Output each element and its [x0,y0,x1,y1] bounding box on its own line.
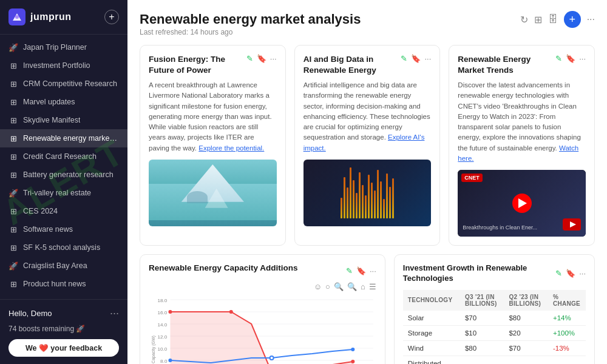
zoom-out-icon[interactable]: 🔍 [347,282,357,291]
table-row: Wind $80 $70 -13% [403,340,586,356]
svg-point-27 [351,348,354,351]
trends-link[interactable]: Watch here. [458,144,578,162]
sidebar-label-trivalley: Tri-valley real estate [23,189,91,197]
sidebar-item-japan-trip[interactable]: 🚀 Japan Trip Planner [0,38,127,56]
sidebar-icon-software: ⊞ [8,224,18,234]
sidebar-item-ces[interactable]: ⊞ CES 2024 [0,202,127,220]
sidebar-item-producthunt[interactable]: ⊞ Product hunt news [0,275,127,293]
sidebar-item-investment[interactable]: ⊞ Investment Portfolio [0,56,127,75]
refresh-icon[interactable]: ↻ [520,14,528,25]
cell-q223-2: $70 [504,340,548,356]
edit-icon[interactable]: ✎ [246,54,253,63]
emoji-icon[interactable]: ☺ [314,282,322,291]
table-row: Solar $70 $80 +14% [403,311,586,326]
card-fusion-title: Fusion Energy: The Future of Power [149,54,246,75]
edit-icon-2[interactable]: ✎ [401,54,407,63]
chart-edit-icon[interactable]: ✎ [346,266,353,275]
card-ai-actions: ✎ 🔖 ··· [401,54,431,63]
sidebar-item-crm[interactable]: ⊞ CRM Competitive Research [0,75,127,93]
table-more-icon[interactable]: ··· [579,269,586,278]
bottom-row: Renewable Energy Capacity Additions ✎ 🔖 … [140,254,595,364]
table-title: Investment Growth in Renewable Technolog… [403,263,555,284]
svg-point-24 [351,360,354,363]
ai-link[interactable]: Explore AI's impact. [304,133,425,151]
bookmark-icon-3[interactable]: 🔖 [566,54,575,63]
sidebar-icon-skydive: ⊞ [8,115,18,125]
chart-card: Renewable Energy Capacity Additions ✎ 🔖 … [140,254,385,364]
zoom-in-icon[interactable]: 🔍 [334,282,344,291]
sidebar-label-investment: Investment Portfolio [23,61,90,70]
sidebar-icon-ces: ⊞ [8,206,18,216]
logo-area: jumprun [8,8,72,25]
cnet-logo: CNET [461,174,483,182]
cell-change-0: +14% [548,311,586,326]
sidebar-item-skydive[interactable]: ⊞ Skydive Manifest [0,111,127,129]
sidebar-icon-marvel: ⊞ [8,97,18,107]
more-icon-3[interactable]: ··· [579,54,586,63]
svg-text:14.0: 14.0 [158,322,168,328]
list-icon[interactable]: ☰ [369,282,376,291]
database-icon[interactable]: 🗄 [548,14,558,25]
sidebar-icon-credit: ⊞ [8,152,18,161]
bookmark-icon[interactable]: 🔖 [257,54,266,63]
svg-marker-20 [170,312,353,364]
zoom-reset-icon[interactable]: ○ [325,282,330,291]
sidebar-item-software[interactable]: ⊞ Software news [0,220,127,238]
edit-icon-3[interactable]: ✎ [555,54,562,63]
sidebar-item-craigslist[interactable]: 🚀 Craigslist Bay Area [0,257,127,275]
last-refreshed: Last refreshed: 14 hours ago [140,28,595,36]
sidebar-icon-japan-trip: 🚀 [8,42,18,52]
sidebar-label-renewable: Renewable energy market analys [23,134,119,143]
fusion-link[interactable]: Explore the potential. [198,144,264,152]
chart-bookmark-icon[interactable]: 🔖 [356,266,366,275]
svg-point-25 [168,359,172,362]
table-row: Storage $10 $20 +100% [403,325,586,340]
sidebar: jumprun + 🚀 Japan Trip Planner ⊞ Investm… [0,0,127,364]
cell-q223-3: $1 [504,356,548,364]
bookmark-icon-2[interactable]: 🔖 [411,54,421,63]
more-icon-2[interactable]: ··· [424,54,431,63]
sidebar-footer: Hello, Demo ··· 74 boosts remaining 🚀 We… [0,299,127,364]
chart-wrapper: 18.0 16.0 14.0 12.0 10.0 8.0 6.0 2.0 Cap… [149,295,376,364]
table-header-row: Technology Q3 '21 (IN BILLIONS) Q2 '23 (… [403,290,586,311]
sidebar-item-battery[interactable]: ⊞ Battery generator research [0,166,127,184]
card-fusion-image [149,160,277,226]
sidebar-item-credit[interactable]: ⊞ Credit Card Research [0,147,127,166]
investment-table: Technology Q3 '21 (IN BILLIONS) Q2 '23 (… [403,290,586,364]
sidebar-item-sfk5[interactable]: ⊞ SF K-5 school analysis [0,238,127,257]
play-button[interactable] [512,194,532,213]
user-more-button[interactable]: ··· [110,307,119,320]
header-actions: ↻ ⊞ 🗄 + ··· [520,11,595,28]
add-new-button[interactable]: + [104,10,119,24]
sidebar-item-trivalley[interactable]: 🚀 Tri-valley real estate [0,184,127,202]
sidebar-icon-battery: ⊞ [8,170,18,180]
sidebar-item-techgadget[interactable]: ⊞ Tech gadget reviews [0,293,127,299]
table-head: Technology Q3 '21 (IN BILLIONS) Q2 '23 (… [403,290,586,311]
table-bookmark-icon[interactable]: 🔖 [566,269,575,278]
cell-q321-1: $10 [460,325,504,340]
grid-icon[interactable]: ⊞ [534,14,542,25]
svg-point-21 [168,310,172,314]
sidebar-label-sfk5: SF K-5 school analysis [23,243,100,252]
chart-toolbar: ☺ ○ 🔍 🔍 ⌂ ☰ [149,282,376,291]
sidebar-item-renewable[interactable]: ⊞ Renewable energy market analys [0,129,127,147]
sidebar-label-craigslist: Craigslist Bay Area [23,261,87,270]
feedback-button[interactable]: We ❤️ your feedback [8,339,119,357]
table-edit-icon[interactable]: ✎ [555,269,562,278]
sidebar-item-marvel[interactable]: ⊞ Marvel updates [0,93,127,111]
cell-q321-3: $0 [460,356,504,364]
svg-text:10.0: 10.0 [158,346,168,352]
table-actions: ✎ 🔖 ··· [555,269,586,278]
sidebar-icon-sfk5: ⊞ [8,243,18,252]
svg-point-26 [270,356,274,360]
more-options-icon[interactable]: ··· [587,14,595,25]
add-content-button[interactable]: + [564,11,581,28]
cell-tech-0: Solar [403,311,460,326]
sidebar-icon-producthunt: ⊞ [8,279,18,289]
more-icon[interactable]: ··· [270,54,277,63]
home-icon[interactable]: ⌂ [361,282,365,291]
chart-more-icon[interactable]: ··· [370,266,376,275]
cell-tech-2: Wind [403,340,460,356]
cell-change-1: +100% [548,325,586,340]
sidebar-label-japan-trip: Japan Trip Planner [23,43,87,52]
